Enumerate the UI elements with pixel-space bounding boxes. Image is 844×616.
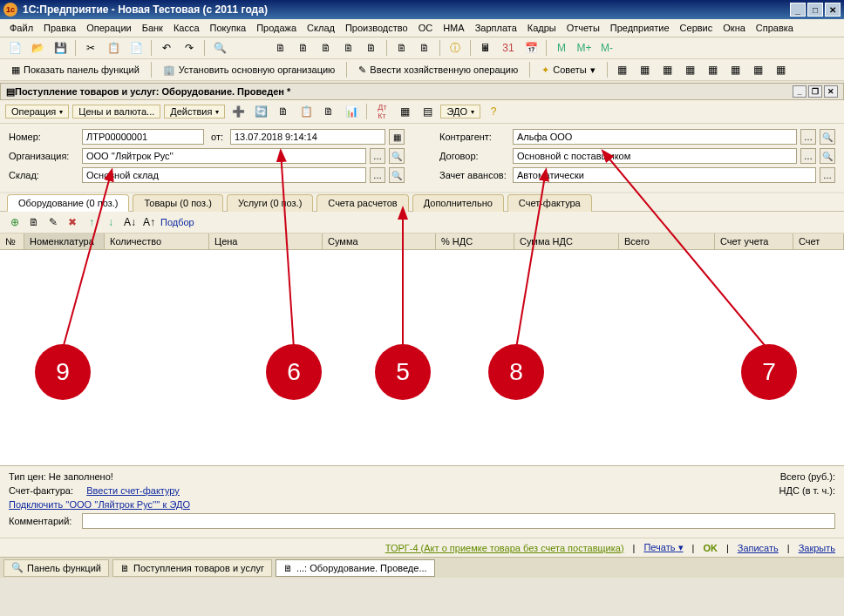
tab-additional[interactable]: Дополнительно xyxy=(412,194,504,212)
dtb-icon-2[interactable]: 🔄 xyxy=(251,103,270,120)
tb-icon-6[interactable]: 🗎 xyxy=(392,39,412,57)
close-button[interactable]: ✕ xyxy=(825,3,841,17)
tb-icon-2[interactable]: 🗎 xyxy=(294,39,313,57)
paste-icon[interactable]: 📄 xyxy=(126,39,146,57)
org-select-button[interactable]: … xyxy=(370,148,385,164)
redo-icon[interactable]: ↷ xyxy=(180,39,199,57)
menu-warehouse[interactable]: Склад xyxy=(303,21,339,35)
edo-dropdown[interactable]: ЭДО▾ xyxy=(440,105,480,118)
menu-enterprise[interactable]: Предприятие xyxy=(606,21,674,35)
close-button[interactable]: Закрыть xyxy=(799,543,835,553)
col-vat-sum[interactable]: Сумма НДС xyxy=(514,234,619,249)
tb2-icon-3[interactable]: ▦ xyxy=(658,61,677,78)
connect-edo-link[interactable]: Подключить ''ООО ''Ляйтрок Рус'''' к ЭДО xyxy=(9,499,190,510)
show-panel-button[interactable]: ▦Показать панель функций xyxy=(5,61,146,78)
menu-edit[interactable]: Правка xyxy=(39,21,80,35)
tb2-icon-6[interactable]: ▦ xyxy=(726,61,745,78)
warehouse-open-button[interactable]: 🔍 xyxy=(389,167,405,183)
undo-icon[interactable]: ↶ xyxy=(157,39,176,57)
dtb-help-icon[interactable]: ? xyxy=(484,103,503,120)
tab-accounts[interactable]: Счета расчетов xyxy=(316,194,408,212)
tb-icon-3[interactable]: 🗎 xyxy=(316,39,336,57)
menu-purchase[interactable]: Покупка xyxy=(206,21,251,35)
menu-salary[interactable]: Зарплата xyxy=(471,21,521,35)
open-icon[interactable]: 📂 xyxy=(28,39,47,57)
warehouse-select-button[interactable]: … xyxy=(370,167,385,183)
date-input[interactable]: 13.07.2018 9:14:14 xyxy=(230,129,385,145)
date-picker-button[interactable]: ▦ xyxy=(389,129,405,145)
dtb-icon-3[interactable]: 🗎 xyxy=(274,103,293,120)
doc-min-button[interactable]: _ xyxy=(793,85,807,98)
sort-desc-icon[interactable]: A↑ xyxy=(141,214,157,230)
contragent-open-button[interactable]: 🔍 xyxy=(820,129,835,145)
tb2-icon-2[interactable]: ▦ xyxy=(636,61,655,78)
tb2-icon-4[interactable]: ▦ xyxy=(681,61,700,78)
col-price[interactable]: Цена xyxy=(209,234,323,249)
copy-icon[interactable]: 📋 xyxy=(104,39,123,57)
prices-button[interactable]: Цены и валюта... xyxy=(72,105,160,118)
menu-hr[interactable]: Кадры xyxy=(523,21,561,35)
new-icon[interactable]: 📄 xyxy=(5,39,24,57)
mplus-icon[interactable]: M+ xyxy=(575,39,594,57)
dtb-icon-dk[interactable]: ДтКт xyxy=(372,103,391,120)
contract-select-button[interactable]: … xyxy=(800,148,816,164)
number-input[interactable]: ЛТР00000001 xyxy=(82,129,204,145)
tab-invoice[interactable]: Счет-фактура xyxy=(507,194,592,212)
menu-file[interactable]: Файл xyxy=(5,21,37,35)
ok-button[interactable]: OK xyxy=(703,543,718,553)
operation-dropdown[interactable]: Операция▾ xyxy=(5,105,69,118)
warehouse-input[interactable]: Основной склад xyxy=(82,167,366,183)
enter-op-button[interactable]: ✎Ввести хозяйственную операцию xyxy=(352,61,524,78)
calc-icon[interactable]: 🖩 xyxy=(476,39,495,57)
down-icon[interactable]: ↓ xyxy=(103,214,119,230)
cal2-icon[interactable]: 📅 xyxy=(521,39,541,57)
add-row-icon[interactable]: ⊕ xyxy=(7,214,23,230)
doc-max-button[interactable]: ❐ xyxy=(808,85,822,98)
cal-icon[interactable]: 31 xyxy=(499,39,518,57)
task-list[interactable]: 🗎Поступления товаров и услуг xyxy=(112,559,272,577)
menu-os[interactable]: ОС xyxy=(414,21,438,35)
edit-row-icon[interactable]: ✎ xyxy=(45,214,61,230)
dtb-icon-1[interactable]: ➕ xyxy=(228,103,248,120)
print-button[interactable]: Печать ▾ xyxy=(643,542,683,553)
help-icon[interactable]: ⓘ xyxy=(446,39,465,57)
torg4-link[interactable]: ТОРГ-4 (Акт о приемке товара без счета п… xyxy=(385,543,624,553)
actions-dropdown[interactable]: Действия▾ xyxy=(164,105,225,118)
menu-nma[interactable]: НМА xyxy=(439,21,468,35)
save-icon[interactable]: 💾 xyxy=(51,39,70,57)
menu-help[interactable]: Справка xyxy=(752,21,798,35)
cut-icon[interactable]: ✂ xyxy=(81,39,100,57)
maximize-button[interactable]: □ xyxy=(807,3,823,17)
tab-equipment[interactable]: Оборудование (0 поз.) xyxy=(7,194,129,212)
menu-production[interactable]: Производство xyxy=(341,21,412,35)
minimize-button[interactable]: _ xyxy=(790,3,806,17)
menu-cash[interactable]: Касса xyxy=(169,21,204,35)
menu-bank[interactable]: Банк xyxy=(138,21,167,35)
contragent-input[interactable]: Альфа ООО xyxy=(513,129,797,145)
menu-windows[interactable]: Окна xyxy=(718,21,750,35)
find-icon[interactable]: 🔍 xyxy=(210,39,229,57)
save-button[interactable]: Записать xyxy=(738,543,779,553)
menu-reports[interactable]: Отчеты xyxy=(562,21,604,35)
col-total[interactable]: Всего xyxy=(619,234,715,249)
col-qty[interactable]: Количество xyxy=(105,234,209,249)
dtb-icon-4[interactable]: 📋 xyxy=(296,103,316,120)
copy-row-icon[interactable]: 🗎 xyxy=(26,214,42,230)
tb-icon-5[interactable]: 🗎 xyxy=(362,39,381,57)
dtb-icon-6[interactable]: 📊 xyxy=(342,103,361,120)
col-account[interactable]: Счет учета xyxy=(715,234,793,249)
tb-icon-1[interactable]: 🗎 xyxy=(271,39,290,57)
sort-asc-icon[interactable]: A↓ xyxy=(122,214,138,230)
org-input[interactable]: ООО ''Ляйтрок Рус'' xyxy=(82,148,366,164)
menu-sale[interactable]: Продажа xyxy=(252,21,301,35)
col-n[interactable]: № xyxy=(0,234,24,249)
tb2-icon-1[interactable]: ▦ xyxy=(613,61,632,78)
dtb-icon-7[interactable]: ▦ xyxy=(395,103,414,120)
col-nomenclature[interactable]: Номенклатура xyxy=(24,234,105,249)
tb-icon-4[interactable]: 🗎 xyxy=(339,39,358,57)
pick-button[interactable]: Подбор xyxy=(160,217,194,227)
m-icon[interactable]: M xyxy=(552,39,571,57)
tb-icon-7[interactable]: 🗎 xyxy=(415,39,434,57)
tb2-icon-8[interactable]: ▦ xyxy=(772,61,791,78)
delete-row-icon[interactable]: ✖ xyxy=(65,214,80,230)
